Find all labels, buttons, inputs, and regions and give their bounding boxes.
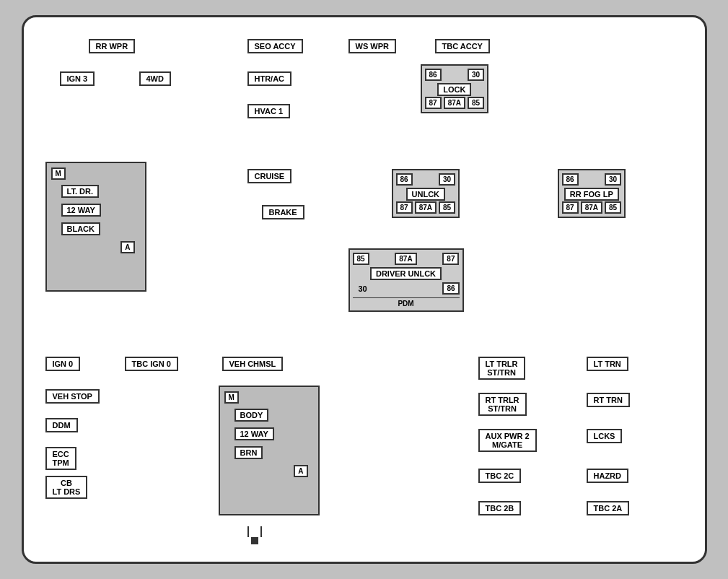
fuse-rt-trn: RT TRN [587, 393, 630, 407]
pdm-label: PDM [353, 297, 460, 308]
fuse-ddm: DDM [45, 418, 78, 432]
fuse-veh-chmsl: VEH CHMSL [222, 357, 284, 371]
fuse-ecc-tpm: ECC TPM [45, 447, 76, 470]
fuse-rr-wpr: RR WPR [89, 39, 136, 53]
fuse-hazrd: HAZRD [587, 469, 629, 483]
fuse-seo-accy: SEO ACCY [247, 39, 303, 53]
fuse-tbc-2a: TBC 2A [587, 501, 630, 515]
fuse-tbc-ign0: TBC IGN 0 [125, 357, 178, 371]
relay-unlck: 86 30 UNLCK 87 87A 85 [392, 169, 460, 218]
fuse-ws-wpr: WS WPR [348, 39, 396, 53]
fuse-diagram: RR WPR SEO ACCY WS WPR TBC ACCY IGN 3 4W… [38, 32, 695, 537]
bottom-connector: M BODY 12 WAY BRN A [219, 386, 320, 515]
bottom-connector-m-label: M [224, 390, 239, 403]
connector-stem [247, 526, 262, 537]
fuse-tbc-2b: TBC 2B [478, 501, 522, 515]
relay-rr-fog: 86 30 RR FOG LP 87 87A 85 [558, 169, 626, 218]
left-connector: M LT. DR. 12 WAY BLACK A [45, 162, 146, 292]
connector-m-label: M [51, 166, 66, 179]
diagram-container: RR WPR SEO ACCY WS WPR TBC ACCY IGN 3 4W… [22, 15, 707, 564]
fuse-rt-trlr-st-trn: RT TRLR ST/TRN [478, 393, 527, 416]
fuse-cruise: CRUISE [247, 169, 292, 183]
fuse-ign0: IGN 0 [45, 357, 81, 371]
relay-lock: 86 30 LOCK 87 87A 85 [421, 64, 489, 113]
fuse-lt-trlr-st-trn: LT TRLR ST/TRN [478, 357, 525, 380]
pdm-block: 85 87A 87 DRIVER UNLCK 30 86 PDM [348, 248, 464, 312]
fuse-lt-trn: LT TRN [587, 357, 628, 371]
fuse-tbc-accy: TBC ACCY [435, 39, 490, 53]
fuse-hvac1: HVAC 1 [247, 104, 291, 118]
fuse-aux-pwr2: AUX PWR 2 M/GATE [478, 429, 537, 452]
fuse-4wd: 4WD [139, 71, 171, 86]
fuse-tbc-2c: TBC 2C [478, 469, 522, 483]
fuse-lcks: LCKS [587, 429, 623, 443]
fuse-brake: BRAKE [262, 205, 304, 219]
pdm-30-label: 30 [359, 284, 367, 293]
connector-foot [251, 537, 258, 544]
fuse-veh-stop: VEH STOP [45, 389, 100, 404]
fuse-htrac: HTR/AC [247, 71, 292, 86]
fuse-ign3: IGN 3 [60, 71, 95, 86]
fuse-cb-lt-drs: CB LT DRS [45, 476, 88, 499]
